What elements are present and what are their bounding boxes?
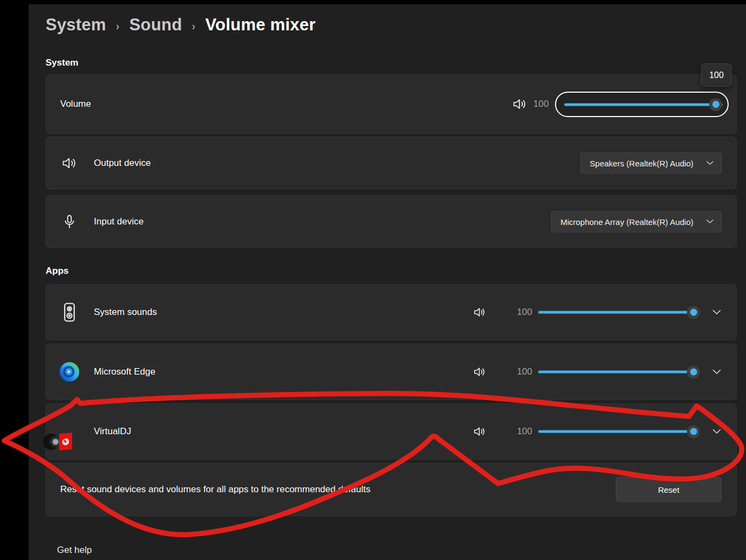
- section-header-system: System: [46, 57, 737, 68]
- input-device-dropdown[interactable]: Microphone Array (Realtek(R) Audio): [551, 210, 722, 233]
- volume-card: Volume 100 100: [46, 74, 737, 134]
- reset-description: Reset sound devices and volumes for all …: [60, 484, 371, 495]
- reset-card: Reset sound devices and volumes for all …: [46, 463, 737, 516]
- slider-tooltip: 100: [701, 63, 732, 87]
- app-volume-value: 100: [511, 307, 532, 318]
- slider-thumb[interactable]: [687, 425, 700, 438]
- app-volume-slider[interactable]: [538, 311, 693, 314]
- app-row-virtualdj: VirtualDJ 100: [46, 403, 737, 460]
- slider-thumb[interactable]: [687, 306, 700, 319]
- speaker-icon[interactable]: [473, 365, 487, 379]
- speaker-icon[interactable]: [473, 305, 487, 319]
- page-title: Volume mixer: [205, 15, 315, 35]
- breadcrumb-separator: ›: [192, 18, 196, 33]
- breadcrumb-separator: ›: [116, 18, 120, 33]
- app-name: VirtualDJ: [94, 426, 131, 437]
- app-volume-slider[interactable]: [538, 371, 693, 374]
- footer-link-partial[interactable]: Get help: [46, 545, 737, 550]
- app-volume-value: 100: [511, 366, 532, 377]
- reset-button[interactable]: Reset: [616, 477, 722, 502]
- output-device-value: Speakers (Realtek(R) Audio): [590, 158, 693, 168]
- breadcrumb: System › Sound › Volume mixer: [46, 11, 737, 39]
- breadcrumb-system[interactable]: System: [46, 15, 106, 35]
- chevron-down-icon[interactable]: [710, 365, 723, 378]
- speaker-icon[interactable]: [473, 424, 487, 439]
- chevron-down-icon: [706, 161, 713, 165]
- slider-thumb[interactable]: [687, 365, 700, 378]
- volume-mixer-page: System › Sound › Volume mixer System Vol…: [29, 4, 746, 560]
- breadcrumb-sound[interactable]: Sound: [129, 15, 182, 35]
- output-device-label: Output device: [94, 158, 151, 169]
- chevron-down-icon[interactable]: [710, 425, 723, 438]
- volume-value: 100: [533, 99, 554, 110]
- settings-window: System › Sound › Volume mixer System Vol…: [0, 0, 746, 560]
- app-name: Microsoft Edge: [94, 366, 155, 377]
- chevron-down-icon: [706, 220, 713, 224]
- speaker-icon: [61, 155, 78, 172]
- volume-slider[interactable]: [555, 92, 729, 117]
- input-device-card: Input device Microphone Array (Realtek(R…: [46, 195, 737, 248]
- app-name: System sounds: [94, 307, 157, 318]
- input-device-label: Input device: [94, 216, 144, 227]
- slider-track[interactable]: [564, 103, 723, 106]
- chevron-down-icon[interactable]: [710, 306, 723, 319]
- microsoft-edge-logo: [59, 362, 80, 382]
- section-header-apps: Apps: [46, 266, 737, 276]
- microphone-icon: [61, 213, 78, 230]
- slider-thumb[interactable]: [709, 98, 722, 111]
- app-row-microsoft-edge: Microsoft Edge 100: [46, 344, 737, 400]
- app-row-system-sounds: System sounds 100: [46, 284, 737, 340]
- system-sounds-icon: [59, 302, 80, 323]
- output-device-dropdown[interactable]: Speakers (Realtek(R) Audio): [581, 152, 722, 174]
- speaker-icon[interactable]: [512, 96, 528, 112]
- output-device-card: Output device Speakers (Realtek(R) Audio…: [46, 137, 737, 189]
- input-device-value: Microphone Array (Realtek(R) Audio): [560, 217, 693, 226]
- volume-label: Volume: [60, 99, 91, 110]
- app-volume-value: 100: [511, 426, 532, 437]
- app-volume-slider[interactable]: [538, 430, 693, 433]
